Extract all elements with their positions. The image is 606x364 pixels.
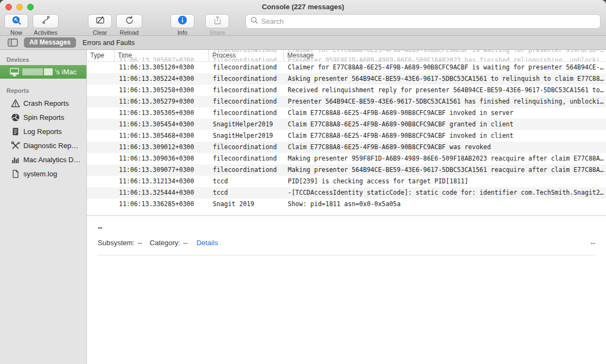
cell-process: Snagit 2019: [209, 199, 283, 210]
now-button-label: Now: [10, 29, 22, 36]
table-row[interactable]: 11:06:13.305279+0300 filecoordinationd P…: [87, 96, 606, 107]
sidebar-toggle-icon: [8, 39, 18, 47]
cell-time: 11:06:13.312134+0300: [114, 176, 209, 187]
sidebar-item-device-imac[interactable]: 's iMac: [0, 65, 86, 79]
log-view: Type Time Process Message filecoordinati…: [87, 50, 606, 364]
cell-message: Making presenter 959F8F1D-A6B9-4989-86E6…: [283, 153, 606, 164]
share-icon: [212, 15, 223, 28]
sidebar-device-label: 's iMac: [55, 68, 77, 76]
sidebar-reports-header: Reports: [0, 84, 86, 96]
cell-type: [87, 73, 114, 85]
bar-chart-icon: [11, 155, 20, 164]
sidebar-item-system-log[interactable]: system.log: [0, 167, 86, 181]
table-row[interactable]: 11:06:13.312134+0300 tccd PID[239] is ch…: [87, 176, 606, 187]
cell-process: tccd: [209, 176, 283, 187]
share-button-label: Share: [209, 29, 225, 36]
table-row[interactable]: 11:06:13.309077+0300 filecoordinationd M…: [87, 164, 606, 176]
document-icon: [11, 169, 20, 178]
cell-message: Claim E77C88A8-6E25-4F9B-A689-90B8CFC9AC…: [283, 119, 606, 130]
cell-time: 11:06:13.305279+0300: [114, 96, 209, 107]
cell-time: 11:06:13.305120+0300: [114, 62, 209, 73]
share-button[interactable]: [205, 14, 229, 28]
cell-message: PID[239] is checking access for target P…: [283, 176, 606, 187]
table-row[interactable]: 11:06:13.305258+0300 filecoordinationd R…: [87, 85, 606, 96]
cell-type: [87, 62, 114, 73]
cell-process: filecoordinationd: [209, 73, 283, 85]
sidebar-devices-header: Devices: [0, 53, 86, 65]
table-row[interactable]: 11:06:13.336285+0300 Snagit 2019 Show: p…: [87, 199, 606, 210]
table-filler: [87, 210, 606, 215]
sidebar-item-label: Log Reports: [23, 127, 62, 136]
column-header-message[interactable]: Message: [283, 50, 606, 61]
table-row[interactable]: 11:06:13.305305+0300 filecoordinationd C…: [87, 107, 606, 119]
details-link[interactable]: Details: [197, 239, 218, 247]
clear-button[interactable]: [88, 14, 112, 28]
search-input[interactable]: [261, 17, 596, 25]
redacted-text: [22, 68, 43, 75]
wrench-screwdriver-icon: [11, 141, 20, 150]
table-row[interactable]: 11:06:13.309036+0300 filecoordinationd M…: [87, 153, 606, 164]
reload-button[interactable]: [116, 14, 142, 28]
cell-time: 11:06:13.305468+0300: [114, 130, 209, 142]
tab-all-messages[interactable]: All Messages: [24, 37, 76, 48]
titlebar[interactable]: Console (227 messages): [0, 0, 606, 13]
table-row[interactable]: 11:06:13.305224+0300 filecoordinationd A…: [87, 73, 606, 85]
sidebar-item-spin-reports[interactable]: Spin Reports: [0, 110, 86, 124]
detail-message-preview: --: [98, 223, 595, 232]
column-header-process[interactable]: Process: [209, 50, 283, 61]
sidebar-item-crash-reports[interactable]: Crash Reports: [0, 96, 86, 110]
sidebar: Devices 's iMac Reports Crash Reports S: [0, 50, 87, 364]
detail-right-value: --: [590, 239, 595, 247]
sidebar-item-label: Crash Reports: [23, 99, 69, 107]
cell-process: SnagitHelper2019: [209, 130, 283, 142]
info-icon: [178, 15, 187, 27]
cell-process: tccd: [209, 187, 283, 199]
sidebar-item-label: Diagnostic Rep…: [23, 142, 78, 150]
cell-process: filecoordinationd: [209, 85, 283, 96]
table-row[interactable]: 11:06:13.309012+0300 filecoordinationd C…: [87, 142, 606, 153]
cell-message: Asking presenter 564B94CE-BE59-43E6-9617…: [283, 73, 606, 85]
minimize-button[interactable]: [16, 4, 23, 10]
redacted-text: [44, 68, 53, 75]
cell-time: 11:06:13.309077+0300: [114, 164, 209, 176]
clear-button-label: Clear: [93, 29, 107, 36]
table-row[interactable]: 11:06:13.325444+0300 tccd -[TCCDAccessId…: [87, 187, 606, 199]
sidebar-item-label: Spin Reports: [23, 113, 64, 122]
table-row[interactable]: 11:06:13.305468+0300 SnagitHelper2019 Cl…: [87, 130, 606, 142]
now-button[interactable]: [4, 14, 28, 28]
column-header-time[interactable]: Time: [114, 50, 209, 61]
sidebar-item-label: system.log: [23, 170, 57, 178]
subsystem-value: --: [137, 239, 142, 247]
tab-errors-and-faults[interactable]: Errors and Faults: [83, 39, 135, 47]
cell-process: filecoordinationd: [209, 107, 283, 119]
detail-pane: -- Subsystem: -- Category: -- Details --: [87, 215, 606, 364]
activities-button[interactable]: [33, 14, 59, 28]
cell-type: [87, 187, 114, 199]
column-header-type[interactable]: Type: [87, 50, 114, 61]
zoom-button[interactable]: [27, 4, 34, 10]
cell-time: 11:06:13.336285+0300: [114, 199, 209, 210]
close-button[interactable]: [5, 4, 12, 10]
cell-type: [87, 176, 114, 187]
filter-tabstrip: All Messages Errors and Faults: [0, 36, 606, 50]
now-icon: [11, 15, 22, 28]
sidebar-toggle-button[interactable]: [7, 38, 18, 47]
info-button[interactable]: [171, 14, 194, 28]
cell-time: 11:06:13.305454+0300: [114, 119, 209, 130]
subsystem-label: Subsystem:: [98, 239, 135, 247]
reload-button-label: Reload: [120, 29, 139, 36]
window-chrome: Console (227 messages) Now Activities: [0, 0, 606, 36]
cell-time: 11:06:13.309036+0300: [114, 153, 209, 164]
cell-type: [87, 130, 114, 142]
cell-process: filecoordinationd: [209, 96, 283, 107]
cell-type: [87, 107, 114, 119]
table-row[interactable]: 11:06:13.305120+0300 filecoordinationd C…: [87, 62, 606, 73]
cell-type: [87, 164, 114, 176]
sidebar-item-log-reports[interactable]: Log Reports: [0, 124, 86, 138]
sidebar-item-mac-analytics[interactable]: Mac Analytics D…: [0, 152, 86, 167]
search-field[interactable]: [245, 14, 601, 29]
table-row[interactable]: 11:06:13.305454+0300 SnagitHelper2019 Cl…: [87, 119, 606, 130]
sidebar-item-diagnostic-reports[interactable]: Diagnostic Rep…: [0, 138, 86, 152]
cell-process: filecoordinationd: [209, 62, 283, 73]
imac-icon: [10, 67, 19, 76]
